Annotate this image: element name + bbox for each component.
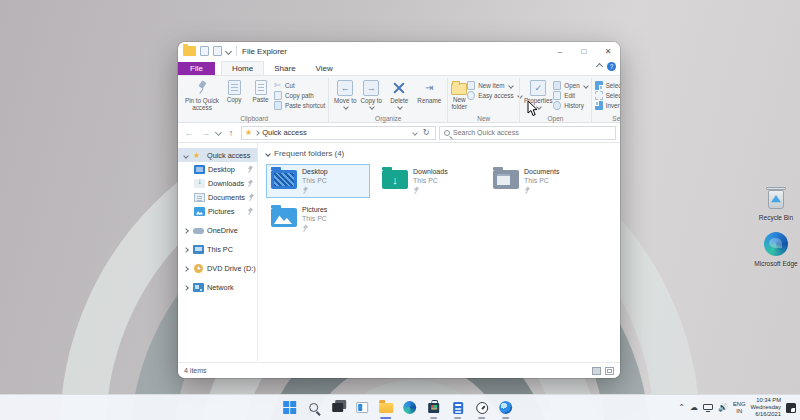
- large-icons-view-button[interactable]: [605, 367, 614, 375]
- running-indicator: [380, 417, 391, 419]
- tab-share[interactable]: Share: [264, 62, 305, 75]
- easy-access-button[interactable]: Easy access: [467, 91, 521, 100]
- file-explorer-taskbar-button[interactable]: [378, 400, 393, 415]
- help-icon[interactable]: ?: [607, 62, 616, 71]
- breadcrumb-path[interactable]: Quick access: [262, 128, 307, 137]
- pin-to-quick-access-button[interactable]: Pin to Quick access: [183, 79, 221, 111]
- invert-selection-button[interactable]: Invert selection: [595, 101, 620, 110]
- refresh-icon[interactable]: ↻: [420, 128, 432, 137]
- ribbon-group-new: New folder New item Easy access New: [447, 78, 519, 122]
- pin-icon: [247, 166, 253, 172]
- copy-to-button[interactable]: Copy to: [358, 79, 384, 111]
- frequent-folders-header[interactable]: Frequent folders (4): [266, 149, 612, 158]
- close-button[interactable]: ✕: [596, 42, 620, 60]
- search-button[interactable]: [306, 400, 321, 415]
- up-icon[interactable]: ↑: [224, 128, 238, 138]
- collapse-chevron-icon[interactable]: [183, 266, 189, 272]
- tab-home[interactable]: Home: [221, 61, 264, 75]
- sidebar-item-label: Network: [207, 283, 234, 292]
- collapse-chevron-icon[interactable]: [183, 228, 189, 234]
- sidebar-item-downloads[interactable]: Downloads: [178, 176, 257, 190]
- minimize-button[interactable]: –: [548, 42, 572, 60]
- desktop-icon-recycle-bin[interactable]: Recycle Bin: [750, 186, 800, 222]
- tray-overflow-chevron-icon[interactable]: ⌃: [678, 403, 685, 412]
- tab-view[interactable]: View: [306, 62, 343, 75]
- store-taskbar-button[interactable]: [426, 400, 441, 415]
- tab-file[interactable]: File: [178, 62, 215, 75]
- qat-customize-chevron-icon[interactable]: [225, 47, 232, 54]
- tray-time: 10:34 PM: [750, 397, 781, 404]
- onedrive-tray-icon[interactable]: ☁: [690, 403, 698, 412]
- details-view-button[interactable]: [592, 367, 601, 375]
- tile-downloads[interactable]: Downloads This PC: [377, 164, 481, 198]
- widgets-button[interactable]: [354, 400, 369, 415]
- delete-icon: [391, 80, 407, 96]
- rename-button[interactable]: Rename: [414, 79, 444, 104]
- paste-button[interactable]: Paste: [247, 79, 274, 103]
- back-icon[interactable]: ←: [182, 128, 196, 138]
- cut-button[interactable]: ✄ Cut: [274, 81, 325, 90]
- sidebar-item-label: This PC: [207, 245, 233, 254]
- collapse-chevron-icon[interactable]: [183, 285, 189, 291]
- collapse-chevron-icon[interactable]: [183, 247, 189, 253]
- sidebar-item-desktop[interactable]: Desktop: [178, 162, 257, 176]
- button-label: Open: [564, 82, 579, 89]
- titlebar-divider: [236, 46, 237, 56]
- forward-icon[interactable]: →: [199, 128, 213, 138]
- task-view-button[interactable]: [330, 400, 345, 415]
- new-folder-button[interactable]: New folder: [451, 79, 467, 110]
- recent-locations-chevron-icon[interactable]: [215, 129, 222, 136]
- search-input[interactable]: [453, 129, 611, 136]
- select-none-button[interactable]: Select none: [595, 91, 620, 100]
- sidebar-item-quick-access[interactable]: ★ Quick access: [178, 148, 257, 162]
- tile-documents[interactable]: Documents This PC: [488, 164, 592, 198]
- downloads-folder-icon: [194, 179, 205, 188]
- sidebar-item-onedrive[interactable]: OneDrive: [178, 223, 257, 237]
- expand-chevron-icon[interactable]: [183, 153, 189, 159]
- address-box[interactable]: ★ Quick access ↻: [241, 126, 436, 140]
- sidebar-item-documents[interactable]: Documents: [178, 190, 257, 204]
- network-tray-icon[interactable]: [703, 404, 713, 412]
- new-item-button[interactable]: New item: [467, 81, 521, 90]
- tile-location: This PC: [302, 177, 328, 186]
- qat-properties-icon[interactable]: [200, 46, 209, 56]
- sidebar-item-pictures[interactable]: Pictures: [178, 204, 257, 218]
- sidebar-item-this-pc[interactable]: This PC: [178, 242, 257, 256]
- start-button[interactable]: [282, 400, 297, 415]
- titlebar[interactable]: File Explorer – □ ✕: [178, 42, 620, 60]
- history-button[interactable]: History: [553, 101, 587, 110]
- edit-icon: [553, 91, 561, 100]
- copy-button[interactable]: Copy: [221, 79, 247, 103]
- open-button[interactable]: Open: [553, 81, 587, 90]
- search-box[interactable]: [439, 126, 616, 140]
- notification-center-icon[interactable]: [786, 403, 796, 413]
- edit-button[interactable]: Edit: [553, 91, 587, 100]
- copy-path-button[interactable]: Copy path: [274, 91, 325, 100]
- volume-tray-icon[interactable]: 🔊: [718, 403, 728, 412]
- collapse-ribbon-icon[interactable]: [596, 63, 603, 70]
- address-dropdown-icon[interactable]: [412, 130, 418, 136]
- sidebar-item-dvd-drive[interactable]: DVD Drive (D:) CCCC: [178, 261, 257, 275]
- browser-taskbar-button[interactable]: [498, 400, 513, 415]
- tile-pictures[interactable]: Pictures This PC: [266, 202, 370, 236]
- button-label: Pin to Quick access: [185, 97, 219, 111]
- tile-desktop[interactable]: Desktop This PC: [266, 164, 370, 198]
- pin-icon: [247, 180, 253, 186]
- sidebar-item-network[interactable]: Network: [178, 280, 257, 294]
- calculator-taskbar-button[interactable]: [450, 400, 465, 415]
- section-header-label: Frequent folders (4): [274, 149, 344, 158]
- maximize-button[interactable]: □: [572, 42, 596, 60]
- button-label: Select all: [606, 82, 620, 89]
- edge-taskbar-button[interactable]: [402, 400, 417, 415]
- section-collapse-chevron-icon[interactable]: [265, 151, 271, 157]
- select-all-button[interactable]: Select all: [595, 81, 620, 90]
- qat-new-folder-icon[interactable]: [213, 46, 222, 56]
- desktop-icon-microsoft-edge[interactable]: Microsoft Edge: [750, 232, 800, 268]
- paste-shortcut-button[interactable]: Paste shortcut: [274, 101, 325, 110]
- clock-taskbar-button[interactable]: [474, 400, 489, 415]
- delete-button[interactable]: Delete: [384, 79, 414, 111]
- clock-date-area[interactable]: 10:34 PM Wednesday 6/16/2021: [750, 397, 781, 419]
- move-to-button[interactable]: Move to: [332, 79, 358, 111]
- language-indicator[interactable]: ENG IN: [733, 401, 746, 415]
- tile-location: This PC: [302, 215, 327, 224]
